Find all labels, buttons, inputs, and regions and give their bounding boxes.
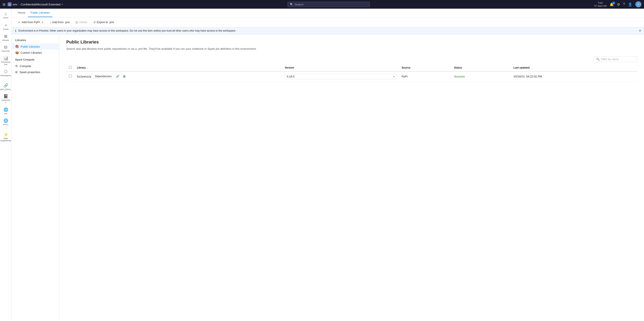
topbar-right: Trial: 57 days left 🔔 4 ⚙ ? 👤 S bbox=[594, 1, 642, 7]
add-from-yml-button[interactable]: ↑ Add from .yml bbox=[47, 19, 72, 25]
sidebar-item-notebook1[interactable]: 📓 Notebook 1 bbox=[1, 93, 11, 105]
workspaces-label: Workspaces bbox=[0, 74, 11, 77]
sidebar-icons: ⌂ Home ＋ Create ⊞ Browse ⊟ Data hub 📊 Mo… bbox=[0, 9, 12, 321]
workspace-chevron[interactable]: ▾ bbox=[62, 3, 63, 6]
content-area: Home Public Libraries ＋ Add from PyPI ▾ … bbox=[12, 9, 644, 321]
version-dropdown[interactable]: 0.18.0 ▾ bbox=[285, 74, 396, 79]
avatar[interactable]: S bbox=[635, 1, 642, 7]
filter-input-wrapper[interactable]: 🔍 bbox=[594, 56, 637, 62]
spark-properties-icon: ⊞ bbox=[15, 70, 18, 74]
header-source: Source bbox=[399, 64, 452, 71]
library-col-label: Library bbox=[77, 66, 86, 69]
trial-info: Trial: 57 days left bbox=[594, 1, 606, 7]
home-icon: ⌂ bbox=[4, 12, 7, 16]
nav-spark-properties[interactable]: ⊞ Spark properties bbox=[12, 69, 59, 75]
env11-label: env11 bbox=[3, 124, 8, 126]
delete-row-button[interactable]: 🗑 bbox=[122, 74, 127, 79]
libraries-table: Library ↑ Version Source Status Last upd… bbox=[66, 64, 637, 82]
sidebar-item-monitoring-hub[interactable]: 📊 Monitoring hub bbox=[1, 54, 11, 67]
filter-input[interactable] bbox=[601, 58, 635, 61]
sidebar-item-home[interactable]: ⌂ Home bbox=[1, 10, 11, 20]
add-icon: ＋ bbox=[18, 20, 20, 24]
workspaces-icon: ⬡ bbox=[4, 69, 8, 74]
sidebar-divider bbox=[2, 80, 9, 80]
people-button[interactable]: 👤 bbox=[628, 2, 632, 6]
source-cell: PyPI bbox=[399, 71, 452, 82]
nav-custom-libraries[interactable]: 📦 Custom Libraries bbox=[12, 49, 59, 56]
tab-home[interactable]: Home bbox=[15, 9, 28, 17]
export-label: Export to .yml bbox=[97, 20, 114, 24]
sidebar-item-data-hub[interactable]: ⊟ Data hub bbox=[1, 43, 11, 54]
delete-icon: 🗑 bbox=[75, 20, 78, 24]
nav-public-libraries[interactable]: 📚 Public Libraries bbox=[12, 43, 59, 49]
sidebar-item-env11[interactable]: 🌐 env11 bbox=[1, 117, 11, 127]
sidebar-item-workspaces[interactable]: ⬡ Workspaces bbox=[1, 68, 11, 78]
sidebar-item-env[interactable]: 🌐 env bbox=[1, 106, 11, 116]
toolbar: ＋ Add from PyPI ▾ ↑ Add from .yml 🗑 Dele… bbox=[12, 17, 644, 27]
search-input[interactable] bbox=[294, 3, 368, 6]
compute-nav-label: Compute bbox=[20, 64, 31, 68]
create-label: Create bbox=[3, 28, 9, 30]
env-sidebar-label: env bbox=[4, 113, 7, 115]
apps-icon[interactable]: ⊞ bbox=[2, 2, 6, 6]
version-dropdown-arrow: ▾ bbox=[394, 75, 394, 78]
help-button[interactable]: ? bbox=[623, 2, 625, 6]
left-nav: Libraries 📚 Public Libraries 📦 Custom Li… bbox=[12, 34, 59, 321]
add-from-pypi-button[interactable]: ＋ Add from PyPI ▾ bbox=[15, 19, 46, 26]
delete-label: Delete bbox=[79, 20, 88, 24]
page-description: Search and add libraries from public rep… bbox=[66, 47, 637, 51]
select-all-checkbox[interactable] bbox=[69, 66, 72, 69]
pypi-dropdown-arrow[interactable]: ▾ bbox=[41, 20, 44, 24]
table-header: Library ↑ Version Source Status Last upd… bbox=[66, 64, 637, 71]
search-box[interactable]: 🔍 bbox=[288, 2, 370, 7]
last-updated-cell: 10/24/23, 04:22:02 PM bbox=[511, 71, 637, 82]
filter-icon: 🔍 bbox=[596, 58, 600, 61]
sidebar-item-browse[interactable]: ⊞ Browse bbox=[1, 33, 11, 43]
status-cell: Success bbox=[452, 71, 511, 82]
row-checkbox-cell bbox=[66, 71, 74, 82]
public-libraries-nav-label: Public Libraries bbox=[20, 45, 40, 48]
table-body: fuzzywuzzy Dependencies 🔗 🗑 bbox=[66, 71, 637, 82]
notifications-button[interactable]: 🔔 4 bbox=[610, 2, 614, 6]
env-name: env bbox=[13, 3, 17, 6]
home-label: Home bbox=[3, 17, 8, 19]
table-area: 🔍 Library ↑ bbox=[66, 56, 637, 82]
library-cell: fuzzywuzzy Dependencies 🔗 🗑 bbox=[74, 71, 282, 82]
header-library[interactable]: Library ↑ bbox=[74, 64, 282, 71]
settings-button[interactable]: ⚙ bbox=[617, 2, 620, 6]
page-title: Public Libraries bbox=[66, 40, 637, 45]
dependencies-button[interactable]: Dependencies bbox=[93, 74, 114, 79]
create-icon: ＋ bbox=[4, 22, 8, 28]
export-button[interactable]: ↗ Export to .yml bbox=[91, 19, 116, 25]
sidebar-item-data-engineering[interactable]: ⚡ Data Engineering bbox=[1, 131, 11, 144]
env-sidebar-icon: 🌐 bbox=[4, 107, 8, 112]
header-last-updated: Last updated bbox=[511, 64, 637, 71]
data-hub-icon: ⊟ bbox=[4, 45, 7, 49]
version-value: 0.18.0 bbox=[287, 75, 294, 78]
nav-compute[interactable]: ⚙ Compute bbox=[12, 63, 59, 69]
sidebar-item-create[interactable]: ＋ Create bbox=[1, 21, 11, 32]
tab-bar: Home Public Libraries bbox=[12, 9, 644, 17]
close-banner-button[interactable]: ✕ bbox=[639, 29, 642, 32]
shaiujun-icon: 🔗 bbox=[4, 83, 8, 88]
info-icon: ℹ bbox=[15, 29, 16, 32]
table-row: fuzzywuzzy Dependencies 🔗 🗑 bbox=[66, 71, 637, 82]
notebook1-label: Notebook 1 bbox=[2, 99, 10, 104]
public-libraries-icon: 📚 bbox=[15, 45, 19, 48]
link-icon-button[interactable]: 🔗 bbox=[114, 74, 121, 79]
notification-badge: 4 bbox=[612, 1, 615, 4]
sidebar-item-shaiujun[interactable]: 🔗 Shaiujun_Demo_Env bbox=[1, 82, 11, 92]
upload-icon: ↑ bbox=[50, 20, 51, 24]
data-engineering-label: Data Engineering bbox=[0, 137, 11, 142]
main-content: Public Libraries Search and add librarie… bbox=[59, 34, 644, 321]
custom-libraries-nav-label: Custom Libraries bbox=[20, 51, 42, 54]
info-text: Environment is in Preview. Other users i… bbox=[18, 29, 236, 32]
browse-label: Browse bbox=[2, 39, 9, 41]
sidebar-divider2 bbox=[2, 129, 9, 129]
info-banner: ℹ Environment is in Preview. Other users… bbox=[12, 27, 644, 34]
search-icon: 🔍 bbox=[290, 3, 293, 6]
row-checkbox[interactable] bbox=[69, 75, 72, 77]
delete-button[interactable]: 🗑 Delete bbox=[73, 19, 90, 25]
tab-public-libraries[interactable]: Public Libraries bbox=[28, 9, 52, 17]
body-area: Libraries 📚 Public Libraries 📦 Custom Li… bbox=[12, 34, 644, 321]
